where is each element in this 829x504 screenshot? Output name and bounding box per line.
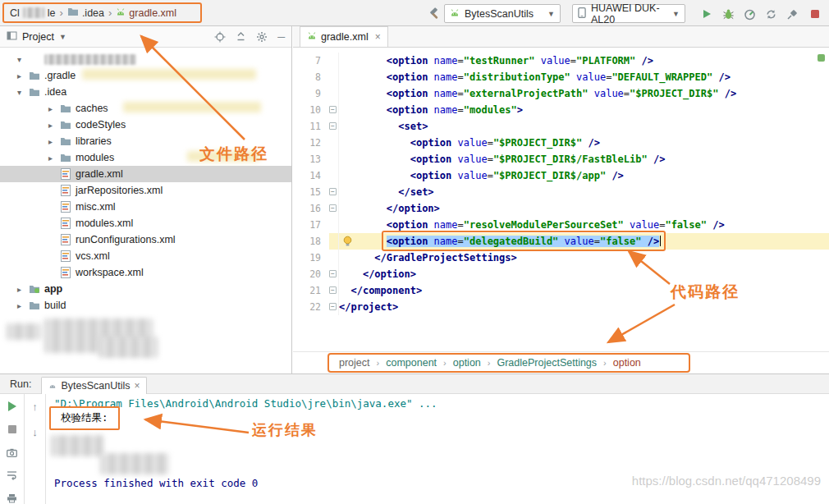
code-line-21[interactable]: 21− </component> [293,282,829,299]
code-line-7[interactable]: 7 <option name="testRunner" value="PLATF… [293,53,829,69]
tree-item-build[interactable]: ▸build [0,297,291,314]
profiler-button[interactable] [740,5,758,23]
breadcrumb-gradleprojectsettings[interactable]: GradleProjectSettings [497,357,597,369]
run-tab-bytesscanutils[interactable]: BytesScanUtils × [41,377,147,394]
code-text: <option value="$PROJECT_DIR$/app" /> [339,167,829,184]
code-line-20[interactable]: 20− </option> [293,266,829,282]
code-line-12[interactable]: 12 <option value="$PROJECT_DIR$" /> [293,135,829,151]
fold-marker[interactable]: − [329,200,339,217]
folder-icon [28,71,40,80]
soft-wrap-button[interactable] [6,470,19,481]
tree-item-censored[interactable]: ▾ [0,51,291,67]
run-panel-body: ↑ ↓ "D:\Program Files\Android\Android St… [0,394,829,504]
chevron-right-icon[interactable]: ▸ [15,285,24,294]
code-line-10[interactable]: 10− <option name="modules"> [293,102,829,118]
run-console[interactable]: "D:\Program Files\Android\Android Studio… [46,394,829,504]
tree-item-libraries[interactable]: ▸libraries [0,133,291,149]
rerun-button[interactable] [6,401,19,412]
fold-marker[interactable]: − [329,266,339,282]
tree-item-jarrepositories-xml[interactable]: jarRepositories.xml [0,182,291,199]
chevron-right-icon[interactable]: ▸ [46,153,55,163]
breadcrumb-component[interactable]: component [386,357,437,369]
tree-item-app[interactable]: ▸app [0,281,291,297]
build-hammer-button[interactable] [425,5,443,23]
tree-item-misc-xml[interactable]: misc.xml [0,199,291,215]
tree-item--idea[interactable]: ▾.idea [0,84,291,100]
code-line-8[interactable]: 8 <option name="distributionType" value=… [293,69,829,85]
censored-block [51,435,103,456]
stop-process-button[interactable] [6,424,19,435]
run-config-select[interactable]: BytesScanUtils ▼ [444,4,561,23]
code-line-9[interactable]: 9 <option name="externalProjectPath" val… [293,85,829,102]
chevron-down-icon: ▼ [547,10,555,18]
tree-item-label: caches [76,103,108,114]
tree-item-modules-xml[interactable]: modules.xml [0,215,291,231]
android-icon [450,8,460,20]
project-tree: ▾▸.gradle▾.idea▸caches▸codeStyles▸librar… [0,48,291,373]
fold-marker[interactable]: − [329,299,339,315]
xml-icon [59,185,71,196]
breadcrumb-project[interactable]: project [339,357,370,369]
chevron-right-icon[interactable]: ▸ [15,71,24,80]
breadcrumb-project-root[interactable]: Cl le [10,7,56,19]
code-line-22[interactable]: 22−</project> [293,299,829,315]
folder-icon [28,300,40,310]
code-line-19[interactable]: 19 </GradleProjectSettings> [293,250,829,266]
code-text: <option name="externalProjectPath" value… [339,85,829,102]
breadcrumb-option[interactable]: option [453,357,481,369]
camera-icon[interactable] [6,447,19,458]
code-line-11[interactable]: 11− <set> [293,118,829,135]
fold-marker[interactable]: − [329,102,339,118]
folder-icon [59,136,71,146]
phone-icon [578,7,586,21]
tree-item-workspace-xml[interactable]: workspace.xml [0,264,291,281]
stop-button[interactable] [806,5,824,23]
debug-button[interactable] [719,5,737,23]
run-button[interactable] [698,5,716,23]
code-line-14[interactable]: 14 <option value="$PROJECT_DIR$/app" /> [293,167,829,184]
close-icon[interactable]: × [375,31,381,43]
chevron-right-icon[interactable]: ▸ [15,301,24,310]
breadcrumb-idea-folder[interactable]: .idea [67,7,104,19]
code-line-17[interactable]: 17 <option name="resolveModulePerSourceS… [293,217,829,233]
censored-text [44,54,136,65]
chevron-right-icon[interactable]: ▸ [46,137,55,146]
collapse-all-button[interactable] [236,31,246,42]
tree-item-runconfigurations-xml[interactable]: runConfigurations.xml [0,231,291,248]
device-select[interactable]: HUAWEI DUK-AL20 ▼ [572,4,685,23]
gear-icon[interactable] [256,31,268,43]
chevron-right-icon[interactable]: ▸ [46,121,55,130]
close-icon[interactable]: × [134,380,140,392]
down-stack-button[interactable]: ↓ [32,426,38,438]
fold-marker[interactable]: − [329,282,339,299]
chevron-down-icon[interactable]: ▼ [59,33,66,41]
intention-bulb-icon[interactable] [342,236,353,252]
code-line-16[interactable]: 16− </option> [293,200,829,217]
tree-item-codestyles[interactable]: ▸codeStyles [0,117,291,133]
sync-button[interactable] [762,5,780,23]
print-button[interactable] [6,493,19,504]
chevron-down-icon[interactable]: ▾ [15,88,24,97]
breadcrumb-option[interactable]: option [613,357,641,369]
project-panel-title[interactable]: Project [22,31,54,43]
chevron-down-icon[interactable]: ▾ [15,55,24,64]
breadcrumb-separator: › [443,358,447,368]
up-stack-button[interactable]: ↑ [32,401,38,413]
attach-debugger-button[interactable] [783,5,801,23]
hide-panel-button[interactable]: ─ [277,31,285,43]
breadcrumb-gradle-xml[interactable]: gradle.xml [116,7,176,19]
android-file-icon [307,31,317,43]
code-text: <option name="testRunner" value="PLATFOR… [339,53,829,69]
fold-marker[interactable]: − [329,118,339,135]
tab-gradle-xml[interactable]: gradle.xml × [300,26,388,47]
code-line-18[interactable]: 18 <option name="delegatedBuild" value="… [293,233,829,250]
code-line-15[interactable]: 15− </set> [293,184,829,200]
locate-file-button[interactable] [214,31,226,43]
code-text: </option> [339,266,829,282]
gutter-space [329,69,339,85]
tree-item-vcs-xml[interactable]: vcs.xml [0,248,291,264]
fold-marker[interactable]: − [329,184,339,200]
tree-item-gradle-xml[interactable]: gradle.xml [0,166,291,182]
code-line-13[interactable]: 13 <option value="$PROJECT_DIR$/FastBleL… [293,151,829,167]
chevron-right-icon[interactable]: ▸ [46,104,55,113]
